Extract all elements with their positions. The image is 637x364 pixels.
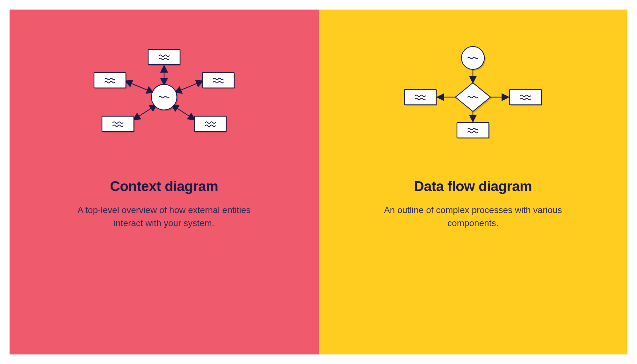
- entity-rect-right: [202, 73, 235, 89]
- entity-rect-left: [94, 73, 127, 89]
- context-diagram-description: A top-level overview of how external ent…: [62, 204, 266, 230]
- data-flow-diagram-description: An outline of complex processes with var…: [371, 204, 575, 230]
- data-flow-diagram-title: Data flow diagram: [414, 178, 532, 194]
- context-diagram-illustration: [75, 48, 253, 150]
- entity-rect-top: [148, 49, 181, 66]
- entity-rect-bottom-left: [102, 116, 135, 132]
- svg-line-5: [134, 105, 156, 119]
- data-flow-diagram-panel: Data flow diagram An outline of complex …: [319, 10, 628, 354]
- output-rect-left: [404, 89, 437, 106]
- svg-line-6: [172, 105, 194, 119]
- svg-line-4: [175, 81, 202, 92]
- output-rect-right: [510, 89, 542, 106]
- context-diagram-panel: Context diagram A top-level overview of …: [10, 10, 319, 354]
- entity-rect-bottom-right: [194, 116, 227, 132]
- decision-diamond: [455, 83, 492, 113]
- context-diagram-title: Context diagram: [110, 178, 218, 194]
- data-flow-diagram-illustration: [384, 48, 562, 150]
- svg-line-3: [126, 81, 153, 92]
- output-rect-bottom: [457, 123, 490, 139]
